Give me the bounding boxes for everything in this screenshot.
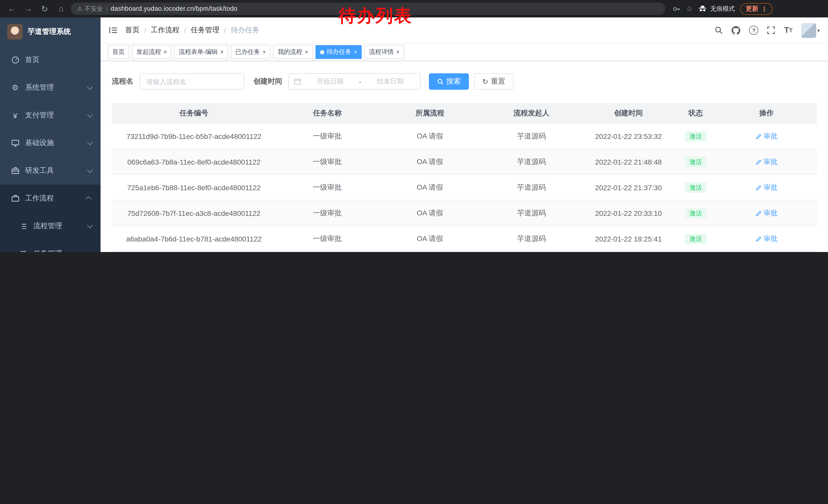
approve-link[interactable]: 审批 bbox=[755, 183, 778, 192]
main-area: 首页 / 工作流程 / 任务管理 / 待办任务 bbox=[100, 17, 828, 252]
action-cell: 审批 bbox=[716, 226, 817, 251]
calendar-icon bbox=[294, 78, 301, 85]
task-name-cell: 一级审批 bbox=[276, 226, 379, 251]
sidebar-item-label: 工作流程 bbox=[25, 194, 82, 203]
browser-reload-icon[interactable]: ↻ bbox=[38, 2, 51, 15]
task-name-cell: 1.2 bbox=[276, 251, 379, 252]
breadcrumb-home[interactable]: 首页 bbox=[125, 26, 139, 35]
date-range-picker[interactable]: 开始日期 - 结束日期 bbox=[288, 73, 421, 90]
tab-process-form-edit[interactable]: 流程表单-编辑 × bbox=[174, 45, 228, 59]
action-cell: 审批 bbox=[716, 200, 817, 226]
task-table-wrap: 任务编号 任务名称 所属流程 流程发起人 创建时间 状态 操作 73211d9d… bbox=[112, 103, 817, 252]
approve-link[interactable]: 审批 bbox=[755, 157, 778, 166]
browser-back-icon[interactable]: ← bbox=[5, 2, 18, 15]
status-cell: 激活 bbox=[675, 251, 716, 252]
sidebar-item-payment[interactable]: ¥ 支付管理 bbox=[0, 101, 100, 129]
font-size-icon[interactable]: TT bbox=[784, 26, 793, 35]
search-button[interactable]: 搜索 bbox=[429, 73, 469, 90]
breadcrumb-task-management[interactable]: 任务管理 bbox=[191, 26, 219, 35]
sidebar-item-infrastructure[interactable]: 基础设施 bbox=[0, 129, 100, 157]
col-create-time: 创建时间 bbox=[582, 103, 675, 124]
avatar bbox=[801, 23, 816, 38]
tab-close-icon[interactable]: × bbox=[305, 49, 308, 55]
tab-close-icon[interactable]: × bbox=[164, 49, 167, 55]
browser-menu-icon[interactable]: ⋮ bbox=[761, 5, 768, 12]
tab-todo-tasks[interactable]: 待办任务 × bbox=[316, 45, 362, 59]
chevron-down-icon bbox=[87, 84, 93, 90]
tab-process-detail[interactable]: 流程详情 × bbox=[364, 45, 404, 59]
flag-icon bbox=[19, 249, 28, 252]
breadcrumb-separator: / bbox=[184, 26, 186, 34]
tab-close-icon[interactable]: × bbox=[220, 49, 224, 55]
fullscreen-icon[interactable] bbox=[767, 26, 776, 34]
not-secure-label: 不安全 bbox=[85, 4, 103, 13]
tab-my-processes[interactable]: 我的流程 × bbox=[273, 45, 313, 59]
table-row: a6aba0a4-7b6d-11ec-b781-acde48001122 一级审… bbox=[112, 226, 817, 251]
tab-done-tasks[interactable]: 已办任务 × bbox=[231, 45, 271, 59]
task-name-cell: 一级审批 bbox=[276, 124, 379, 149]
breadcrumb-workflow[interactable]: 工作流程 bbox=[151, 26, 179, 35]
sidebar-item-system[interactable]: ⚙ 系统管理 bbox=[0, 74, 100, 101]
bookmark-star-icon[interactable]: ☆ bbox=[686, 4, 693, 13]
github-icon[interactable] bbox=[732, 26, 741, 35]
edit-icon bbox=[755, 133, 761, 139]
action-cell: 审批 bbox=[716, 251, 817, 252]
edit-icon bbox=[755, 184, 761, 190]
update-button[interactable]: 更新 ⋮ bbox=[741, 3, 773, 15]
user-avatar[interactable]: ▾ bbox=[801, 23, 820, 38]
sidebar-fold-icon[interactable] bbox=[109, 26, 118, 35]
tab-home[interactable]: 首页 bbox=[108, 45, 129, 59]
task-name-cell: 一级审批 bbox=[276, 149, 379, 175]
tab-start-process[interactable]: 发起流程 × bbox=[132, 45, 172, 59]
search-icon[interactable] bbox=[715, 26, 723, 34]
browser-actions: ☆ 无痕模式 更新 ⋮ bbox=[672, 3, 773, 15]
browser-home-icon[interactable]: ⌂ bbox=[54, 2, 68, 15]
table-header-row: 任务编号 任务名称 所属流程 流程发起人 创建时间 状态 操作 bbox=[112, 103, 817, 124]
approve-link[interactable]: 审批 bbox=[755, 209, 778, 218]
create-time-cell: 2022-01-22 21:48:48 bbox=[582, 149, 675, 175]
action-cell: 审批 bbox=[716, 124, 817, 149]
tab-close-icon[interactable]: × bbox=[396, 49, 399, 55]
approve-link[interactable]: 审批 bbox=[755, 234, 778, 243]
top-navbar: 首页 / 工作流程 / 任务管理 / 待办任务 bbox=[100, 17, 828, 44]
gear-icon: ⚙ bbox=[11, 83, 19, 92]
edit-icon bbox=[755, 159, 761, 165]
tab-close-icon[interactable]: × bbox=[354, 49, 357, 55]
task-id-cell: a6aba0a4-7b6d-11ec-b781-acde48001122 bbox=[112, 226, 276, 251]
sidebar-item-label: 基础设施 bbox=[25, 138, 82, 148]
process-name-input[interactable] bbox=[139, 73, 244, 90]
active-dot bbox=[320, 50, 324, 54]
tab-close-icon[interactable]: × bbox=[263, 49, 266, 55]
reset-button[interactable]: ↻ 重置 bbox=[474, 73, 513, 90]
chevron-down-icon bbox=[87, 112, 93, 118]
sidebar: 芋道管理系统 首页 ⚙ 系统管理 ¥ 支付管理 bbox=[0, 17, 100, 252]
sidebar-item-task-management[interactable]: 任务管理 bbox=[0, 240, 100, 252]
action-cell: 审批 bbox=[716, 175, 817, 200]
sidebar-item-workflow[interactable]: 工作流程 bbox=[0, 185, 100, 212]
app-logo bbox=[7, 24, 23, 40]
app-logo-row[interactable]: 芋道管理系统 bbox=[0, 17, 100, 46]
chevron-up-icon bbox=[86, 196, 92, 202]
sidebar-item-label: 首页 bbox=[25, 55, 91, 64]
status-cell: 激活 bbox=[675, 175, 716, 200]
not-secure-warning[interactable]: ⚠ 不安全 bbox=[77, 4, 103, 13]
sidebar-item-home[interactable]: 首页 bbox=[0, 46, 100, 74]
incognito-badge: 无痕模式 bbox=[699, 4, 735, 13]
sidebar-item-process-management[interactable]: 流程管理 bbox=[0, 212, 100, 240]
table-row: 75d72608-7b7f-11ec-a3c8-acde48001122 一级审… bbox=[112, 200, 817, 226]
incognito-label: 无痕模式 bbox=[710, 4, 735, 13]
table-row: 73211d9d-7b9b-11ec-b5b7-acde48001122 一级审… bbox=[112, 124, 817, 149]
status-badge: 激活 bbox=[685, 182, 706, 192]
sidebar-item-devtools[interactable]: 研发工具 bbox=[0, 157, 100, 185]
col-actions: 操作 bbox=[716, 103, 817, 124]
browser-forward-icon[interactable]: → bbox=[22, 2, 35, 15]
initiator-cell: 芋道源码 bbox=[481, 124, 582, 149]
approve-link[interactable]: 审批 bbox=[755, 132, 778, 141]
breadcrumb: 首页 / 工作流程 / 任务管理 / 待办任务 bbox=[125, 26, 259, 35]
status-badge: 激活 bbox=[685, 156, 706, 167]
status-badge: 激活 bbox=[685, 234, 706, 244]
process-cell: OA 请假 bbox=[379, 175, 481, 200]
help-icon[interactable]: ? bbox=[749, 26, 758, 35]
password-key-icon[interactable] bbox=[672, 5, 680, 12]
date-separator: - bbox=[359, 78, 362, 85]
